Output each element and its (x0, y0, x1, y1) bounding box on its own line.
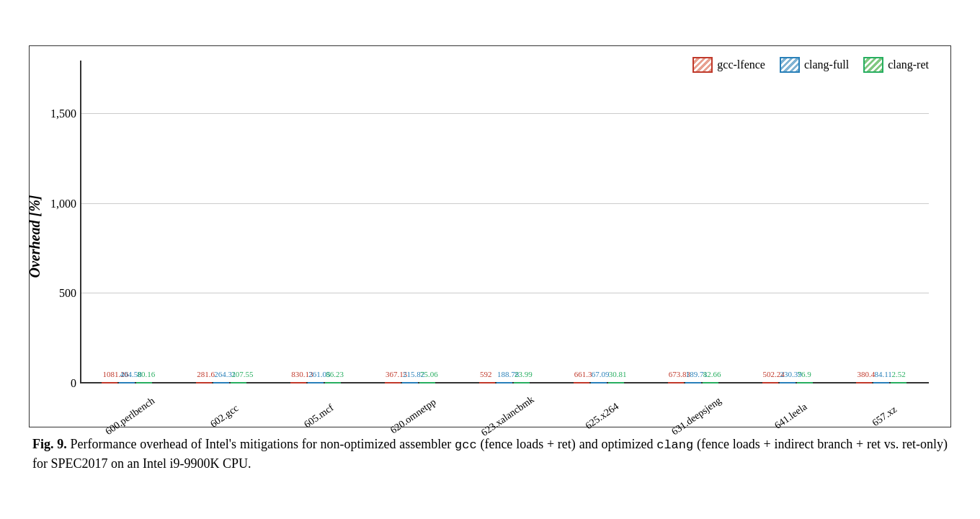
bar-rect-clang-ret: 207.55 (231, 382, 246, 383)
bar-rect-clang-full: 230.39 (780, 382, 796, 383)
y-label-1000: 1,000 (37, 198, 76, 210)
chart-inner: 0 500 1,000 1,500 1081.26404 (80, 61, 929, 383)
bar-value-clang-full: 67.09 (592, 370, 610, 378)
bar-gcc: 673.83 (668, 382, 684, 383)
bar-value-clang-full: 84.11 (874, 370, 891, 378)
bar-rect-clang-full: 189.71 (685, 382, 701, 383)
x-label-625.x264: 625.x264 (583, 401, 620, 432)
bar-gcc: 661.3 (574, 382, 589, 383)
bar-value-gcc: 661.3 (574, 370, 592, 378)
x-label-641.leela: 641.leela (772, 401, 809, 431)
bar-rect-clang-ret: 23.99 (514, 382, 530, 383)
bar-group-620.omnetpp: 367.15215.8275.06620.omnetpp (385, 382, 435, 383)
x-label-605.mcf: 605.mcf (302, 402, 336, 430)
bar-gcc: 592 (479, 382, 495, 383)
bar-value-clang-ret: 82.66 (703, 370, 721, 378)
bar-clang-ret: 76.9 (797, 382, 813, 383)
main-container: Overhead [%] gcc-lfence clang-full clang… (29, 45, 951, 474)
x-label-657.xz: 657.xz (870, 404, 899, 429)
bar-gcc: 367.15 (385, 382, 401, 383)
bar-rect-clang-ret: 82.66 (703, 382, 718, 383)
bar-group-625.x264: 661.367.0930.81625.x264 (574, 382, 624, 383)
bar-rect-gcc: 673.83 (668, 382, 684, 383)
bar-rect-clang-ret: 75.06 (419, 382, 435, 383)
bar-rect-clang-ret: 86.23 (325, 382, 341, 383)
x-label-631.deepsjeng: 631.deepsjeng (669, 395, 723, 438)
bar-gcc: 502.24 (762, 382, 778, 383)
bar-rect-gcc: 367.15 (385, 382, 401, 383)
bar-group-631.deepsjeng: 673.83189.7182.66631.deepsjeng (668, 382, 718, 383)
bars-container: 1081.26404.5880.16600.perlbench281.6264.… (80, 61, 929, 383)
bar-rect-gcc: 592 (479, 382, 495, 383)
bar-rect-gcc: 502.24 (762, 382, 778, 383)
bar-rect-clang-full: 188.78 (496, 382, 512, 383)
bar-gcc: 830.13 (290, 382, 306, 383)
bar-group-602.gcc: 281.6264.31207.55602.gcc (196, 382, 246, 383)
bar-clang-full: 189.71 (685, 382, 701, 383)
bar-rect-clang-full: 264.31 (213, 382, 229, 383)
bar-rect-clang-ret: 80.16 (136, 382, 152, 383)
bar-group-657.xz: 380.484.112.52657.xz (856, 382, 906, 383)
bar-clang-full: 188.78 (496, 382, 512, 383)
bar-rect-clang-full: 261.05 (308, 382, 324, 383)
x-label-623.xalancbmk: 623.xalancbmk (479, 394, 537, 438)
x-label-620.omnetpp: 620.omnetpp (388, 396, 438, 436)
x-label-602.gcc: 602.gcc (208, 402, 241, 430)
bar-value-clang-ret: 207.55 (231, 370, 253, 378)
bar-value-clang-ret: 30.81 (609, 370, 627, 378)
bar-value-gcc: 281.6 (197, 370, 215, 378)
bar-group-605.mcf: 830.13261.0586.23605.mcf (290, 382, 341, 383)
bar-rect-clang-ret: 30.81 (608, 382, 624, 383)
bar-group-641.leela: 502.24230.3976.9641.leela (762, 382, 813, 383)
bar-clang-full: 67.09 (591, 382, 607, 383)
bar-value-gcc: 592 (480, 370, 492, 378)
bar-clang-full: 230.39 (780, 382, 796, 383)
y-label-500: 500 (37, 287, 76, 300)
bar-rect-clang-ret: 2.52 (891, 382, 906, 383)
bar-value-clang-ret: 75.06 (420, 370, 438, 378)
bar-rect-gcc: 380.4 (856, 382, 872, 383)
bar-value-clang-ret: 76.9 (798, 370, 811, 378)
bar-clang-ret: 80.16 (136, 382, 152, 383)
bar-clang-ret: 23.99 (514, 382, 530, 383)
y-label-0: 0 (37, 377, 76, 390)
bar-gcc: 281.6 (196, 382, 212, 383)
fig-label: Fig. 9. (32, 437, 67, 451)
bar-clang-full: 261.05 (308, 382, 324, 383)
bar-rect-clang-ret: 76.9 (797, 382, 813, 383)
bar-clang-full: 215.82 (402, 382, 418, 383)
bar-rect-clang-full: 84.11 (873, 382, 889, 383)
bar-value-clang-ret: 2.52 (891, 370, 905, 378)
bar-rect-clang-full: 67.09 (591, 382, 607, 383)
bar-rect-clang-full: 215.82 (402, 382, 418, 383)
bar-clang-ret: 207.55 (231, 382, 246, 383)
bar-group-600.perlbench: 1081.26404.5880.16600.perlbench (102, 382, 152, 383)
bar-value-clang-ret: 23.99 (514, 370, 533, 378)
bar-clang-full: 404.58 (119, 382, 135, 383)
bar-rect-gcc: 281.6 (196, 382, 212, 383)
bar-clang-ret: 75.06 (419, 382, 435, 383)
y-label-1500: 1,500 (37, 107, 76, 120)
bar-clang-ret: 86.23 (325, 382, 341, 383)
chart-area: Overhead [%] gcc-lfence clang-full clang… (29, 45, 951, 427)
bar-value-gcc: 380.4 (857, 370, 875, 378)
bar-value-clang-ret: 80.16 (137, 370, 155, 378)
bar-clang-ret: 82.66 (703, 382, 718, 383)
bar-clang-ret: 30.81 (608, 382, 624, 383)
bar-clang-full: 84.11 (873, 382, 889, 383)
bar-rect-gcc: 661.3 (574, 382, 589, 383)
bar-value-clang-ret: 86.23 (326, 370, 344, 378)
bar-gcc: 1081.26 (102, 382, 117, 383)
bar-gcc: 380.4 (856, 382, 872, 383)
bar-rect-gcc: 830.13 (290, 382, 306, 383)
bar-clang-full: 264.31 (213, 382, 229, 383)
bar-rect-clang-full: 404.58 (119, 382, 135, 383)
figure-caption: Fig. 9. Performance overhead of Intel's … (29, 435, 951, 474)
x-label-600.perlbench: 600.perlbench (104, 395, 157, 438)
bar-rect-gcc: 1081.26 (102, 382, 117, 383)
bar-group-623.xalancbmk: 592188.7823.99623.xalancbmk (479, 382, 530, 383)
bar-clang-ret: 2.52 (891, 382, 906, 383)
